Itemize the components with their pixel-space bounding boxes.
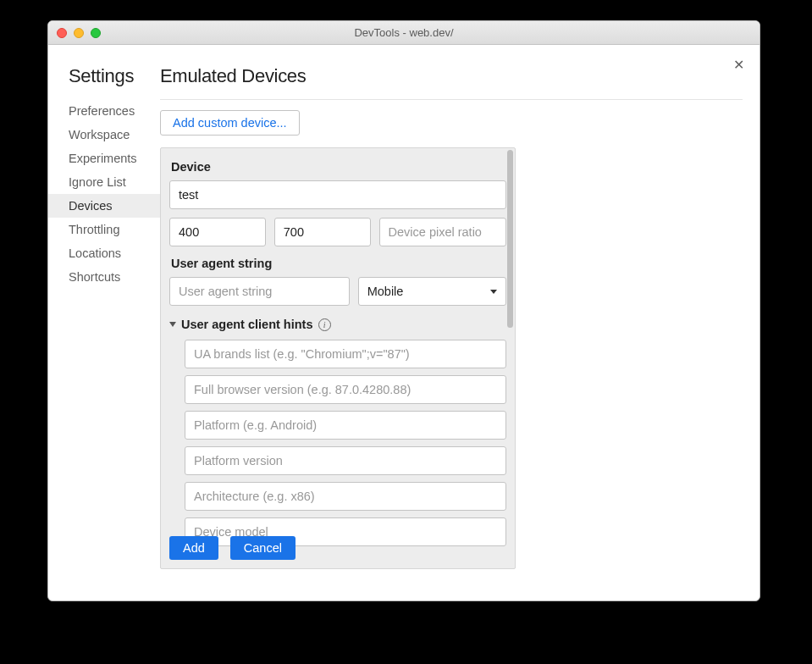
device-pixel-ratio-input[interactable] [379, 218, 506, 246]
window-title: DevTools - web.dev/ [48, 26, 760, 39]
sidebar: Settings Preferences Workspace Experimen… [48, 45, 160, 600]
ua-string-input[interactable] [169, 277, 350, 306]
divider [160, 99, 743, 100]
sidebar-item-label: Ignore List [69, 175, 126, 189]
device-form: Device User agent string Mobile [160, 147, 516, 569]
sidebar-item-label: Throttling [69, 223, 119, 236]
platform-input[interactable] [185, 411, 506, 440]
sidebar-item-throttling[interactable]: Throttling [48, 218, 160, 241]
platform-version-input[interactable] [185, 446, 506, 475]
minimize-window-button[interactable] [74, 28, 84, 38]
settings-nav: Preferences Workspace Experiments Ignore… [69, 99, 160, 289]
main: Emulated Devices Add custom device... De… [160, 45, 760, 600]
info-icon[interactable]: i [318, 318, 331, 331]
content: ✕ Settings Preferences Workspace Experim… [48, 45, 760, 600]
add-button[interactable]: Add [169, 536, 218, 560]
sidebar-item-label: Preferences [69, 104, 135, 118]
close-window-button[interactable] [57, 28, 67, 38]
client-hints-disclosure[interactable]: User agent client hints i [169, 318, 506, 331]
chevron-down-icon [490, 290, 497, 294]
close-icon[interactable]: ✕ [730, 53, 748, 76]
device-section-label: Device [171, 160, 505, 174]
form-buttons: Add Cancel [169, 536, 296, 560]
client-hints-fields [169, 340, 506, 546]
add-custom-device-button[interactable]: Add custom device... [160, 110, 300, 136]
scrollbar[interactable] [507, 150, 513, 328]
client-hints-label: User agent client hints [181, 318, 313, 331]
triangle-down-icon [169, 322, 176, 327]
device-height-input[interactable] [274, 218, 371, 246]
ua-section-label: User agent string [171, 257, 505, 270]
device-name-input[interactable] [169, 180, 506, 209]
ua-type-select[interactable]: Mobile [358, 277, 506, 306]
page-title: Emulated Devices [160, 65, 743, 87]
sidebar-item-label: Devices [69, 199, 113, 213]
sidebar-item-label: Shortcuts [69, 270, 120, 284]
sidebar-item-locations[interactable]: Locations [48, 241, 160, 265]
sidebar-item-shortcuts[interactable]: Shortcuts [48, 265, 160, 289]
sidebar-item-workspace[interactable]: Workspace [48, 123, 160, 147]
settings-title: Settings [69, 65, 160, 87]
zoom-window-button[interactable] [91, 28, 101, 38]
sidebar-item-devices[interactable]: Devices [48, 194, 160, 218]
full-browser-version-input[interactable] [185, 375, 506, 404]
sidebar-item-label: Locations [69, 246, 121, 260]
sidebar-item-experiments[interactable]: Experiments [48, 147, 160, 170]
traffic-lights [57, 28, 101, 38]
ua-brands-input[interactable] [185, 340, 506, 368]
architecture-input[interactable] [185, 482, 506, 511]
sidebar-item-ignore-list[interactable]: Ignore List [48, 170, 160, 194]
ua-type-value: Mobile [359, 278, 490, 305]
sidebar-item-label: Workspace [69, 128, 130, 141]
sidebar-item-preferences[interactable]: Preferences [48, 99, 160, 123]
cancel-button[interactable]: Cancel [230, 536, 296, 560]
window: DevTools - web.dev/ ✕ Settings Preferenc… [47, 20, 760, 601]
sidebar-item-label: Experiments [69, 152, 137, 165]
device-width-input[interactable] [169, 218, 266, 246]
titlebar: DevTools - web.dev/ [48, 21, 760, 45]
